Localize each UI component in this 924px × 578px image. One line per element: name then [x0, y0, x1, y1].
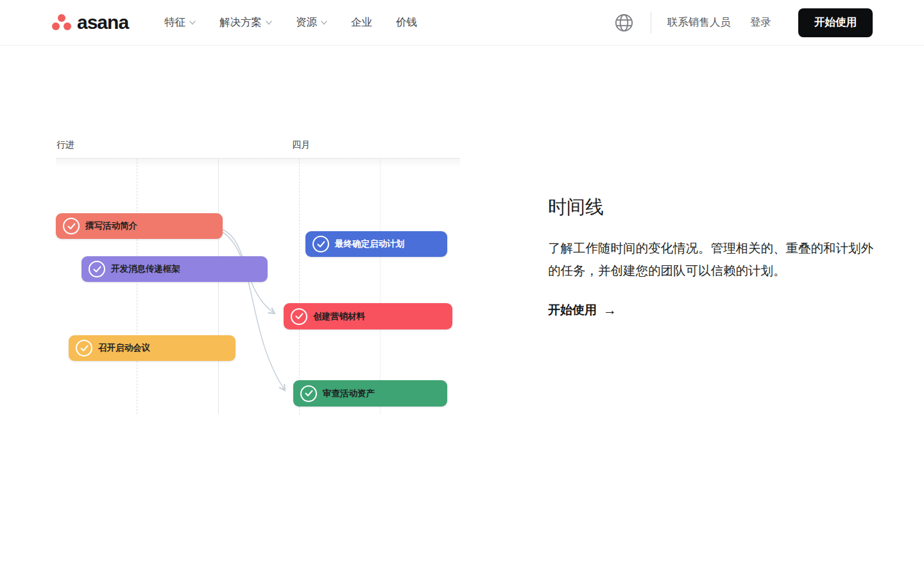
login-link[interactable]: 登录 — [750, 15, 771, 30]
asana-logo-icon — [51, 13, 72, 32]
task-bar: 开发消息传递框架 — [81, 256, 268, 282]
task-label: 创建营销材料 — [313, 311, 365, 322]
top-navigation: asana 特征 解决方案 资源 企业 价钱 — [0, 0, 924, 46]
task-bar: 最终确定启动计划 — [305, 231, 447, 257]
menu-item-features[interactable]: 特征 — [164, 15, 196, 30]
task-label: 最终确定启动计划 — [335, 238, 404, 250]
check-circle-icon — [63, 218, 80, 234]
get-started-button[interactable]: 开始使用 — [798, 8, 873, 37]
task-label: 审查活动资产 — [323, 388, 375, 399]
asana-wordmark: asana — [77, 13, 128, 32]
menu-item-pricing[interactable]: 价钱 — [396, 15, 417, 30]
contact-sales-link[interactable]: 联系销售人员 — [667, 15, 731, 30]
task-bar: 审查活动资产 — [293, 380, 447, 407]
chevron-down-icon — [189, 21, 196, 25]
chevron-down-icon — [321, 21, 327, 25]
feature-description: 了解工作随时间的变化情况。管理相关的、重叠的和计划外的任务，并创建您的团队可以信… — [548, 237, 877, 282]
task-bar: 召开启动会议 — [69, 335, 235, 361]
task-label: 开发消息传递框架 — [111, 263, 180, 275]
arrow-right-icon: → — [603, 302, 617, 318]
check-circle-icon — [76, 340, 92, 356]
get-started-link[interactable]: 开始使用 → — [548, 302, 617, 319]
task-label: 撰写活动简介 — [85, 220, 137, 232]
nav-right-group: 联系销售人员 登录 开始使用 — [614, 8, 873, 37]
menu-item-enterprise[interactable]: 企业 — [351, 15, 372, 30]
globe-icon[interactable] — [614, 13, 634, 33]
chevron-down-icon — [266, 21, 272, 25]
task-label: 召开启动会议 — [98, 342, 150, 354]
task-bar: 创建营销材料 — [284, 303, 452, 329]
main-menu: 特征 解决方案 资源 企业 价钱 — [164, 15, 417, 30]
check-circle-icon — [89, 261, 105, 277]
divider — [651, 12, 651, 33]
check-circle-icon — [312, 236, 329, 252]
asana-logo[interactable]: asana — [51, 13, 128, 32]
page-title: 时间线 — [548, 197, 877, 218]
check-circle-icon — [291, 308, 307, 325]
menu-item-resources[interactable]: 资源 — [296, 15, 327, 30]
check-circle-icon — [300, 385, 317, 402]
feature-copy: 时间线 了解工作随时间的变化情况。管理相关的、重叠的和计划外的任务，并创建您的团… — [548, 197, 877, 319]
timeline-illustration: 行进 四月 撰写活动简介 开发消息传递框架 召开启动会议 最终确定启动计划 创建… — [0, 46, 924, 578]
menu-item-solutions[interactable]: 解决方案 — [219, 15, 272, 30]
task-bar: 撰写活动简介 — [56, 213, 223, 239]
